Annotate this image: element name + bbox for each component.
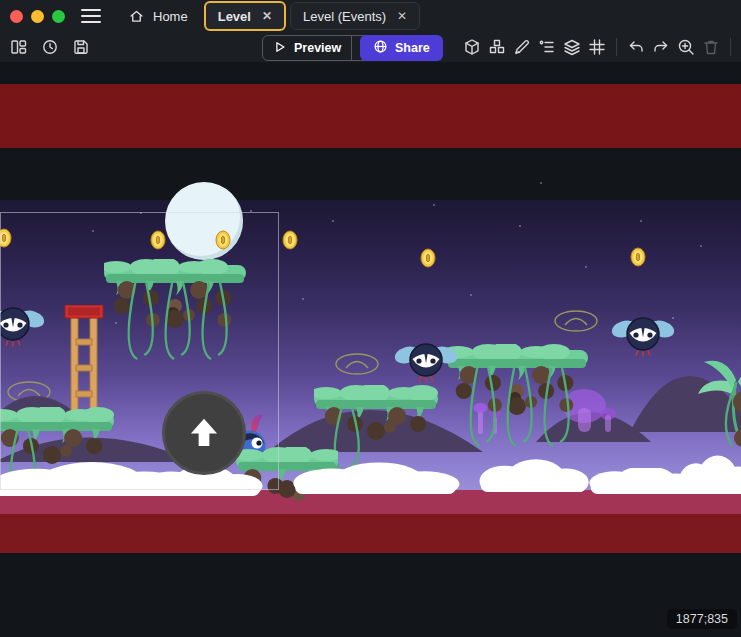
zoom-window-button[interactable] (52, 10, 65, 23)
play-icon (273, 40, 287, 57)
arrow-button-sprite[interactable] (162, 391, 246, 475)
minimize-window-button[interactable] (31, 10, 44, 23)
moon-sprite[interactable] (165, 182, 243, 260)
coin-sprite[interactable] (215, 230, 231, 254)
share-button[interactable]: Share (360, 35, 443, 61)
layers-icon[interactable] (561, 36, 583, 58)
home-icon (129, 9, 144, 24)
coin-sprite[interactable] (420, 248, 436, 272)
layout-icon[interactable] (8, 36, 30, 58)
bat-sprite[interactable] (612, 310, 674, 362)
coin-sprite[interactable] (150, 230, 166, 254)
tab-label: Level (Events) (303, 9, 386, 24)
close-window-button[interactable] (10, 10, 23, 23)
window-controls (10, 10, 65, 23)
cloud-sprite (676, 450, 741, 498)
tab-home[interactable]: Home (117, 3, 200, 29)
trash-icon (700, 36, 722, 58)
close-tab-icon[interactable]: ✕ (262, 9, 272, 23)
group-icon[interactable] (486, 36, 508, 58)
share-label: Share (395, 41, 430, 55)
wire-sprite[interactable] (334, 352, 380, 380)
ilist-icon[interactable] (536, 36, 558, 58)
toolbar-left-icons (8, 36, 92, 58)
titlebar: Home Level ✕ Level (Events) ✕ (0, 0, 741, 32)
history-icon[interactable] (39, 36, 61, 58)
bat-sprite[interactable] (0, 300, 44, 352)
cursor-coordinates: 1877;835 (667, 609, 737, 629)
cloud-sprite (476, 458, 591, 496)
toolbar-right-icons (461, 36, 741, 58)
preview-label: Preview (294, 41, 341, 55)
zoomin-icon[interactable] (675, 36, 697, 58)
toolbar-separator (730, 38, 731, 56)
tab-label: Home (153, 9, 188, 24)
coin-sprite[interactable] (282, 230, 298, 254)
tab-level-events[interactable]: Level (Events) ✕ (290, 2, 420, 30)
toolbar-separator (616, 38, 617, 56)
coin-sprite[interactable] (0, 228, 12, 252)
cloud-sprite (288, 462, 463, 498)
redo-icon[interactable] (650, 36, 672, 58)
main-menu-icon[interactable] (81, 9, 101, 23)
toolbar: Preview Share (0, 32, 741, 63)
wire-sprite[interactable] (553, 309, 599, 337)
grid-icon[interactable] (586, 36, 608, 58)
undo-icon[interactable] (625, 36, 647, 58)
pencil-icon[interactable] (511, 36, 533, 58)
editor-window: Home Level ✕ Level (Events) ✕ Preview (0, 0, 741, 637)
box3d-icon[interactable] (461, 36, 483, 58)
platform-sprite[interactable] (446, 344, 588, 476)
tab-level[interactable]: Level ✕ (204, 1, 286, 31)
coin-sprite[interactable] (630, 247, 646, 271)
close-tab-icon[interactable]: ✕ (397, 9, 407, 23)
tab-label: Level (218, 9, 251, 24)
preview-button[interactable]: Preview (263, 40, 351, 57)
scene-objects-layer (0, 62, 741, 637)
globe-icon (373, 39, 388, 57)
tab-bar: Home Level ✕ Level (Events) ✕ (117, 0, 420, 32)
platform-sprite[interactable] (104, 259, 246, 389)
scene-canvas[interactable]: 1877;835 (0, 62, 741, 637)
bat-sprite[interactable] (395, 336, 457, 388)
save-icon[interactable] (70, 36, 92, 58)
